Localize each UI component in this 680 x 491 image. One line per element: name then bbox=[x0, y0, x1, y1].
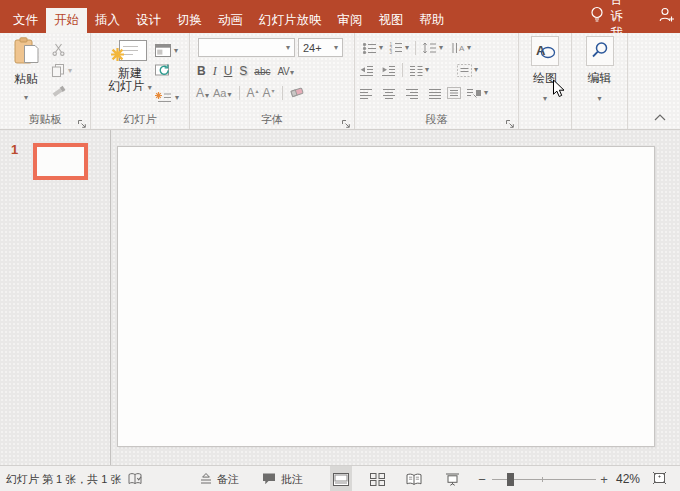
tell-me-button[interactable]: 告诉我 bbox=[590, 0, 624, 33]
tab-design[interactable]: 设计 bbox=[128, 8, 169, 33]
align-text-icon bbox=[457, 64, 472, 77]
slide-canvas[interactable] bbox=[117, 146, 655, 447]
font-group-label: 字体 bbox=[190, 112, 354, 127]
fit-slide-to-window-button[interactable] bbox=[652, 471, 667, 487]
paste-button[interactable]: 粘贴 ▾ bbox=[6, 37, 46, 102]
reading-view-button[interactable] bbox=[402, 466, 426, 491]
align-right-icon bbox=[405, 88, 419, 99]
font-name-combobox[interactable]: ▾ bbox=[198, 38, 295, 57]
new-slide-icon bbox=[112, 49, 148, 66]
normal-view-button[interactable] bbox=[330, 466, 352, 491]
reset-slide-button[interactable] bbox=[155, 60, 179, 79]
drawing-dropdown-arrow[interactable]: ▾ bbox=[543, 94, 547, 103]
numbering-button[interactable]: 123 ▾ bbox=[389, 42, 409, 54]
align-right-button[interactable] bbox=[405, 88, 419, 99]
distribute-text-button[interactable] bbox=[447, 87, 461, 99]
tab-help[interactable]: 帮助 bbox=[412, 8, 453, 33]
character-spacing-button[interactable]: AV ▾ bbox=[277, 66, 294, 77]
italic-button[interactable]: I bbox=[213, 64, 217, 79]
reset-icon bbox=[155, 63, 171, 77]
copy-button[interactable]: ▾ bbox=[52, 60, 72, 81]
divider bbox=[415, 41, 416, 55]
new-slide-button[interactable]: 新建 幻灯片 ▾ bbox=[105, 36, 155, 93]
layout-icon bbox=[155, 44, 171, 57]
comments-button[interactable]: 批注 bbox=[262, 471, 303, 486]
zoom-out-button[interactable]: − bbox=[476, 472, 488, 487]
slideshow-view-button[interactable] bbox=[440, 466, 464, 491]
convert-to-smartart-button[interactable]: ▾ bbox=[466, 87, 488, 99]
increase-indent-button[interactable] bbox=[381, 65, 396, 76]
editing-dropdown-arrow[interactable]: ▾ bbox=[597, 94, 601, 103]
increase-font-size-button[interactable]: A▴ bbox=[247, 86, 259, 100]
slide-sorter-view-button[interactable] bbox=[365, 466, 389, 491]
divider bbox=[239, 86, 240, 100]
zoom-percentage[interactable]: 42% bbox=[616, 472, 644, 486]
bold-button[interactable]: B bbox=[197, 64, 206, 78]
bullets-button[interactable]: ▾ bbox=[363, 43, 383, 54]
tab-home[interactable]: 开始 bbox=[46, 8, 87, 33]
font-size-value: 24+ bbox=[303, 42, 322, 54]
change-case-button[interactable]: Aa▾ bbox=[213, 87, 231, 99]
clipboard-small-buttons: ▾ bbox=[52, 39, 72, 102]
slide-thumbnail[interactable] bbox=[33, 143, 88, 180]
clipboard-dialog-launcher[interactable] bbox=[77, 115, 87, 125]
drawing-button[interactable]: A bbox=[531, 36, 559, 66]
font-color-button[interactable]: A▾ bbox=[196, 86, 209, 100]
align-center-icon bbox=[382, 88, 396, 99]
notes-button[interactable]: 备注 bbox=[200, 471, 239, 486]
paragraph-dialog-launcher[interactable] bbox=[505, 115, 515, 125]
slide-layout-button[interactable]: ▾ bbox=[155, 41, 179, 60]
decrease-indent-button[interactable] bbox=[359, 65, 374, 76]
editing-button[interactable] bbox=[586, 36, 614, 66]
spell-check-button[interactable] bbox=[128, 472, 143, 486]
font-size-combobox[interactable]: 24+ ▾ bbox=[298, 38, 343, 57]
share-button[interactable]: 共享 bbox=[659, 0, 680, 33]
ribbon-tab-bar: 文件 开始 插入 设计 切换 动画 幻灯片放映 审阅 视图 帮助 告诉我 共享 bbox=[0, 0, 680, 33]
tab-insert[interactable]: 插入 bbox=[87, 8, 128, 33]
underline-button[interactable]: U bbox=[224, 64, 233, 78]
tab-transitions[interactable]: 切换 bbox=[169, 8, 210, 33]
paste-dropdown-arrow[interactable]: ▾ bbox=[6, 94, 46, 102]
strikethrough-button[interactable]: abc bbox=[254, 66, 270, 77]
columns-button[interactable]: ▾ bbox=[409, 65, 429, 76]
copy-dropdown-arrow[interactable]: ▾ bbox=[68, 67, 72, 75]
svg-text:A: A bbox=[536, 43, 546, 58]
section-button[interactable]: ▾ bbox=[155, 88, 179, 107]
copy-icon bbox=[52, 64, 65, 77]
font-dialog-launcher[interactable] bbox=[341, 115, 351, 125]
comment-icon bbox=[262, 472, 276, 485]
line-spacing-button[interactable]: ▾ bbox=[422, 42, 443, 54]
tab-file[interactable]: 文件 bbox=[5, 8, 46, 33]
font-size-dropdown-arrow[interactable]: ▾ bbox=[334, 44, 338, 52]
justify-button[interactable] bbox=[428, 88, 442, 99]
zoom-slider-handle[interactable] bbox=[507, 473, 514, 486]
clear-formatting-button[interactable] bbox=[290, 84, 304, 102]
slides-group-label: 幻灯片 bbox=[91, 112, 189, 127]
tab-animations[interactable]: 动画 bbox=[210, 8, 251, 33]
layout-dropdown-arrow[interactable]: ▾ bbox=[174, 47, 178, 55]
tab-slideshow[interactable]: 幻灯片放映 bbox=[251, 8, 330, 33]
svg-text:3: 3 bbox=[390, 50, 393, 54]
align-center-button[interactable] bbox=[382, 88, 396, 99]
collapse-ribbon-button[interactable] bbox=[653, 112, 667, 122]
spell-check-icon bbox=[128, 472, 143, 486]
text-direction-button[interactable]: A ▾ bbox=[451, 42, 471, 54]
columns-icon bbox=[409, 65, 423, 76]
font-name-dropdown-arrow[interactable]: ▾ bbox=[286, 44, 290, 52]
align-left-button[interactable] bbox=[359, 88, 373, 99]
zoom-in-button[interactable]: + bbox=[598, 472, 610, 487]
align-text-button[interactable]: ▾ bbox=[457, 64, 478, 77]
zoom-slider[interactable] bbox=[492, 473, 596, 486]
smartart-icon bbox=[466, 87, 482, 99]
format-painter-button[interactable] bbox=[52, 81, 72, 102]
divider bbox=[282, 86, 283, 100]
tab-view[interactable]: 视图 bbox=[371, 8, 412, 33]
clipboard-group: 粘贴 ▾ ▾ 剪贴板 bbox=[0, 33, 91, 129]
decrease-font-size-button[interactable]: A▾ bbox=[263, 86, 275, 100]
text-shadow-button[interactable]: S bbox=[239, 64, 247, 78]
slides-small-buttons: ▾ ▾ bbox=[155, 41, 179, 107]
section-dropdown-arrow[interactable]: ▾ bbox=[175, 94, 179, 102]
drawing-icon: A bbox=[534, 40, 556, 62]
cut-button[interactable] bbox=[52, 39, 72, 60]
tab-review[interactable]: 审阅 bbox=[330, 8, 371, 33]
